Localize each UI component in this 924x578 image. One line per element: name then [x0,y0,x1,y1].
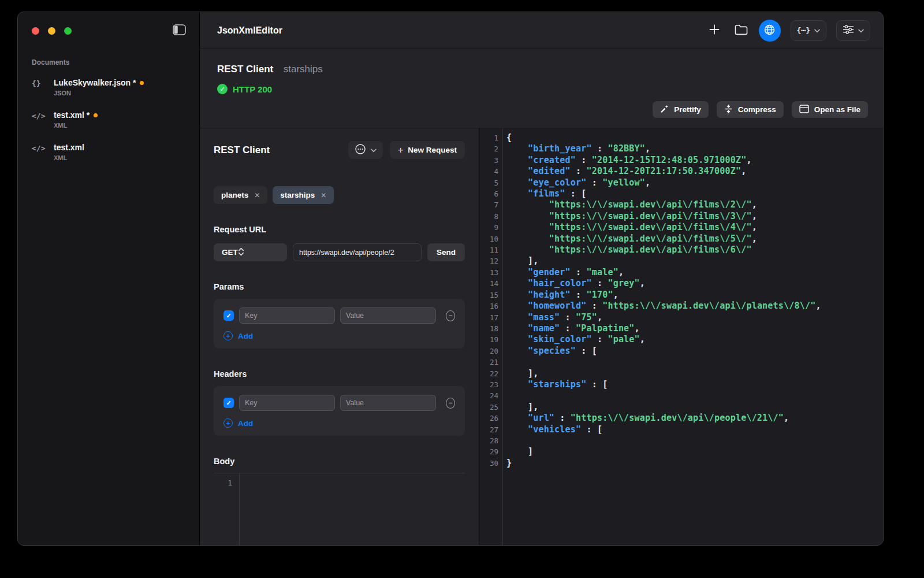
breadcrumb-title: REST Client [217,64,273,75]
line-number: 10 [479,234,498,244]
plus-circle-icon: + [223,331,233,340]
close-tab-icon[interactable]: ✕ [254,191,260,199]
line-number: 14 [479,278,498,289]
tab-planets[interactable]: planets ✕ [214,186,267,204]
response-line: 22 ], [479,368,883,379]
titlebar: JsonXmlEditor { [200,12,883,49]
folder-icon [735,24,748,37]
document-title: LukeSkywalker.json * [54,78,136,87]
prettify-button[interactable]: Prettify [653,101,709,118]
document-item-testxml-2[interactable]: </> test.xml XML [18,136,199,168]
line-content: "films" : [ [498,188,587,199]
response-line: 19 "skin_color" : "pale", [479,334,883,345]
param-value-input[interactable] [340,307,436,324]
response-line: 14 "hair_color" : "grey", [479,278,883,289]
line-content: "height" : "170", [498,290,619,301]
line-content: "mass" : "75", [498,312,602,323]
response-line: 13 "gender" : "male", [479,267,883,278]
rest-client-panel-title: REST Client [214,144,270,156]
params-label: Params [214,282,465,291]
response-line: 16 "homeworld" : "https:\/\/swapi.dev\/a… [479,301,883,312]
send-button[interactable]: Send [427,243,465,261]
header-row: ✓ − [223,395,455,411]
open-folder-button[interactable] [732,21,751,40]
line-content: "gender" : "male", [498,267,624,278]
line-content: "https:\/\/swapi.dev\/api\/films\/5\/", [498,234,757,244]
line-content: "https:\/\/swapi.dev\/api\/films\/4\/", [498,222,757,233]
open-as-file-button[interactable]: Open as File [792,101,868,118]
minimize-window-button[interactable] [48,27,55,35]
zoom-window-button[interactable] [64,27,72,35]
line-number: 23 [479,379,498,390]
close-window-button[interactable] [32,27,39,35]
wand-icon [660,105,669,115]
response-line: 9 "https:\/\/swapi.dev\/api\/films\/4\/"… [479,222,883,233]
success-check-icon: ✓ [217,84,228,94]
request-url-input[interactable] [293,243,422,261]
compress-icon [724,105,733,115]
response-line: 3 "created" : "2014-12-15T12:48:05.97100… [479,155,883,166]
new-request-button[interactable]: + New Request [390,141,465,159]
response-header: REST Client starships ✓ HTTP 200 Prettif… [200,49,883,128]
rest-client-globe-button[interactable] [759,20,781,42]
app-title: JsonXmlEditor [217,25,282,36]
response-line: 18 "name" : "Palpatine", [479,323,883,334]
remove-header-button[interactable]: − [446,398,455,409]
line-content: "starships" : [ [498,379,608,390]
line-content: ] [498,446,533,457]
line-content: ], [498,402,538,413]
body-input-area[interactable] [240,473,465,545]
settings-menu-button[interactable] [836,20,870,41]
line-number: 1 [479,132,498,143]
line-number: 17 [479,312,498,323]
chevron-down-icon [814,26,820,35]
prettify-label: Prettify [674,105,701,114]
new-document-button[interactable] [705,21,724,40]
document-item-testxml-1[interactable]: </> test.xml * XML [18,103,199,136]
header-value-input[interactable] [340,395,436,411]
remove-param-button[interactable]: − [446,310,455,321]
response-line: 15 "height" : "170", [479,290,883,301]
request-url-label: Request URL [214,225,465,234]
http-method-select[interactable]: GET [214,243,287,261]
response-line: 6 "films" : [ [479,188,883,199]
add-header-button[interactable]: + Add [223,418,253,428]
line-number: 7 [479,199,498,210]
xml-file-icon: </> [32,112,47,120]
sidebar-toggle-icon [173,24,186,37]
chevron-down-icon [371,146,377,154]
compress-button[interactable]: Compress [717,101,784,118]
line-content: "https:\/\/swapi.dev\/api\/films\/2\/", [498,199,757,210]
close-tab-icon[interactable]: ✕ [321,191,326,199]
add-param-button[interactable]: + Add [223,331,253,340]
params-card: ✓ − + Add [214,299,465,349]
line-content: "url" : "https:\/\/swapi.dev\/api\/peopl… [498,413,789,424]
line-content: "vehicles" : [ [498,424,602,435]
main-area: JsonXmlEditor { [200,12,883,545]
new-request-label: New Request [408,146,457,154]
param-key-input[interactable] [239,307,335,324]
header-key-input[interactable] [239,395,335,411]
format-menu-button[interactable]: {⋯} [791,20,826,41]
param-enabled-checkbox[interactable]: ✓ [223,310,234,321]
sidebar-header [18,12,199,49]
header-enabled-checkbox[interactable]: ✓ [223,398,234,408]
sidebar-toggle-button[interactable] [169,21,189,40]
sliders-icon [843,25,854,36]
plus-icon [709,24,720,37]
request-options-button[interactable] [348,141,383,159]
line-number: 28 [479,435,498,446]
line-content [498,435,512,446]
curly-braces-icon: {⋯} [797,26,810,35]
line-number: 3 [479,155,498,166]
content-row: REST Client + New Request [200,128,883,545]
document-item-lukeskywalker[interactable]: {} LukeSkywalker.json * JSON [18,71,199,103]
response-line: 25 ], [479,402,883,413]
tab-starships[interactable]: starships ✕ [273,186,334,204]
line-content: } [498,458,512,469]
circle-ellipsis-icon [355,143,366,157]
document-type: JSON [54,90,144,97]
open-as-file-label: Open as File [814,105,860,114]
request-row: GET Send [214,243,465,261]
line-number: 6 [479,188,498,199]
